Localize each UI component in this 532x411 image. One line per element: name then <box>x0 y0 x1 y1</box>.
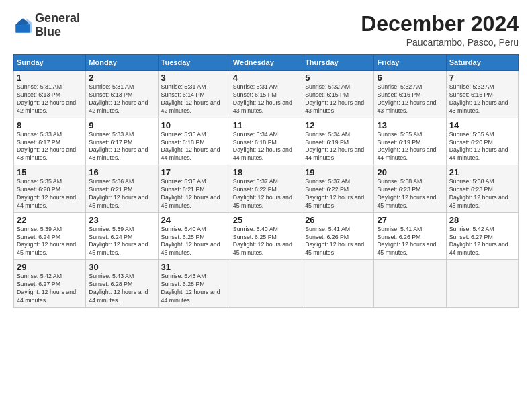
calendar-cell: 10Sunrise: 5:33 AMSunset: 6:18 PMDayligh… <box>158 118 230 165</box>
day-number: 12 <box>305 120 371 130</box>
day-number: 3 <box>161 73 227 83</box>
col-thursday: Thursday <box>302 55 374 71</box>
day-number: 18 <box>233 167 299 177</box>
calendar-cell: 7Sunrise: 5:32 AMSunset: 6:16 PMDaylight… <box>446 71 518 118</box>
calendar-cell: 21Sunrise: 5:38 AMSunset: 6:23 PMDayligh… <box>446 165 518 213</box>
day-number: 6 <box>377 73 443 83</box>
col-wednesday: Wednesday <box>230 55 302 71</box>
day-info: Sunrise: 5:32 AMSunset: 6:15 PMDaylight:… <box>305 83 371 116</box>
day-info: Sunrise: 5:31 AMSunset: 6:13 PMDaylight:… <box>89 83 154 116</box>
logo-icon <box>13 16 32 35</box>
calendar-cell <box>302 260 374 308</box>
day-number: 24 <box>161 215 227 225</box>
title-block: December 2024 Paucartambo, Pasco, Peru <box>361 12 519 48</box>
day-number: 15 <box>17 167 83 177</box>
day-number: 27 <box>377 215 443 225</box>
day-number: 16 <box>89 167 154 177</box>
calendar-cell: 25Sunrise: 5:40 AMSunset: 6:25 PMDayligh… <box>230 212 302 260</box>
calendar-cell: 3Sunrise: 5:31 AMSunset: 6:14 PMDaylight… <box>158 71 230 118</box>
day-number: 2 <box>89 73 154 83</box>
day-info: Sunrise: 5:41 AMSunset: 6:26 PMDaylight:… <box>377 226 443 258</box>
day-number: 13 <box>377 120 443 130</box>
day-number: 14 <box>449 120 515 130</box>
calendar-week-5: 29Sunrise: 5:42 AMSunset: 6:27 PMDayligh… <box>14 260 519 308</box>
col-sunday: Sunday <box>14 55 86 71</box>
subtitle: Paucartambo, Pasco, Peru <box>361 37 519 48</box>
calendar-cell: 18Sunrise: 5:37 AMSunset: 6:22 PMDayligh… <box>230 165 302 213</box>
calendar-cell: 16Sunrise: 5:36 AMSunset: 6:21 PMDayligh… <box>86 165 158 213</box>
month-title: December 2024 <box>361 12 519 36</box>
day-number: 20 <box>377 167 443 177</box>
calendar-cell: 28Sunrise: 5:42 AMSunset: 6:27 PMDayligh… <box>446 212 518 260</box>
header-row: Sunday Monday Tuesday Wednesday Thursday… <box>14 55 519 71</box>
calendar-cell: 1Sunrise: 5:31 AMSunset: 6:13 PMDaylight… <box>14 71 86 118</box>
day-number: 11 <box>233 120 299 130</box>
day-number: 29 <box>17 262 83 272</box>
day-number: 22 <box>17 215 83 225</box>
calendar-cell: 13Sunrise: 5:35 AMSunset: 6:19 PMDayligh… <box>374 118 446 165</box>
day-info: Sunrise: 5:33 AMSunset: 6:17 PMDaylight:… <box>17 131 83 163</box>
calendar-cell: 14Sunrise: 5:35 AMSunset: 6:20 PMDayligh… <box>446 118 518 165</box>
day-info: Sunrise: 5:40 AMSunset: 6:25 PMDaylight:… <box>161 226 227 258</box>
day-number: 23 <box>89 215 154 225</box>
day-number: 21 <box>449 167 515 177</box>
day-info: Sunrise: 5:37 AMSunset: 6:22 PMDaylight:… <box>233 178 299 210</box>
calendar-cell: 9Sunrise: 5:33 AMSunset: 6:17 PMDaylight… <box>86 118 158 165</box>
day-info: Sunrise: 5:32 AMSunset: 6:16 PMDaylight:… <box>377 83 443 116</box>
day-number: 10 <box>161 120 227 130</box>
day-number: 26 <box>305 215 371 225</box>
day-info: Sunrise: 5:37 AMSunset: 6:22 PMDaylight:… <box>305 178 371 210</box>
day-info: Sunrise: 5:38 AMSunset: 6:23 PMDaylight:… <box>449 178 515 210</box>
calendar-cell: 29Sunrise: 5:42 AMSunset: 6:27 PMDayligh… <box>14 260 86 308</box>
calendar-cell <box>230 260 302 308</box>
day-number: 28 <box>449 215 515 225</box>
col-friday: Friday <box>374 55 446 71</box>
calendar-cell: 12Sunrise: 5:34 AMSunset: 6:19 PMDayligh… <box>302 118 374 165</box>
day-number: 25 <box>233 215 299 225</box>
col-saturday: Saturday <box>446 55 518 71</box>
day-number: 4 <box>233 73 299 83</box>
calendar-week-3: 15Sunrise: 5:35 AMSunset: 6:20 PMDayligh… <box>14 165 519 213</box>
day-info: Sunrise: 5:43 AMSunset: 6:28 PMDaylight:… <box>161 273 227 305</box>
day-number: 5 <box>305 73 371 83</box>
logo-line2: Blue <box>35 26 80 39</box>
calendar-cell: 23Sunrise: 5:39 AMSunset: 6:24 PMDayligh… <box>86 212 158 260</box>
page: General Blue December 2024 Paucartambo, … <box>0 0 532 411</box>
calendar-cell: 31Sunrise: 5:43 AMSunset: 6:28 PMDayligh… <box>158 260 230 308</box>
day-info: Sunrise: 5:36 AMSunset: 6:21 PMDaylight:… <box>89 178 154 210</box>
day-number: 7 <box>449 73 515 83</box>
day-info: Sunrise: 5:31 AMSunset: 6:15 PMDaylight:… <box>233 83 299 116</box>
calendar-cell: 17Sunrise: 5:36 AMSunset: 6:21 PMDayligh… <box>158 165 230 213</box>
calendar-cell: 26Sunrise: 5:41 AMSunset: 6:26 PMDayligh… <box>302 212 374 260</box>
day-info: Sunrise: 5:36 AMSunset: 6:21 PMDaylight:… <box>161 178 227 210</box>
day-info: Sunrise: 5:32 AMSunset: 6:16 PMDaylight:… <box>449 83 515 116</box>
logo: General Blue <box>13 12 80 39</box>
calendar-week-4: 22Sunrise: 5:39 AMSunset: 6:24 PMDayligh… <box>14 212 519 260</box>
calendar-cell: 6Sunrise: 5:32 AMSunset: 6:16 PMDaylight… <box>374 71 446 118</box>
calendar-cell: 20Sunrise: 5:38 AMSunset: 6:23 PMDayligh… <box>374 165 446 213</box>
day-info: Sunrise: 5:34 AMSunset: 6:19 PMDaylight:… <box>305 131 371 163</box>
day-info: Sunrise: 5:31 AMSunset: 6:14 PMDaylight:… <box>161 83 227 116</box>
day-info: Sunrise: 5:33 AMSunset: 6:18 PMDaylight:… <box>161 131 227 163</box>
day-number: 9 <box>89 120 154 130</box>
col-tuesday: Tuesday <box>158 55 230 71</box>
calendar-cell: 5Sunrise: 5:32 AMSunset: 6:15 PMDaylight… <box>302 71 374 118</box>
calendar-cell: 4Sunrise: 5:31 AMSunset: 6:15 PMDaylight… <box>230 71 302 118</box>
calendar-table: Sunday Monday Tuesday Wednesday Thursday… <box>13 54 519 308</box>
day-info: Sunrise: 5:42 AMSunset: 6:27 PMDaylight:… <box>449 226 515 258</box>
header: General Blue December 2024 Paucartambo, … <box>13 12 519 48</box>
calendar-cell: 30Sunrise: 5:43 AMSunset: 6:28 PMDayligh… <box>86 260 158 308</box>
day-number: 1 <box>17 73 83 83</box>
calendar-cell: 11Sunrise: 5:34 AMSunset: 6:18 PMDayligh… <box>230 118 302 165</box>
day-info: Sunrise: 5:40 AMSunset: 6:25 PMDaylight:… <box>233 226 299 258</box>
day-info: Sunrise: 5:35 AMSunset: 6:20 PMDaylight:… <box>17 178 83 210</box>
calendar-cell: 19Sunrise: 5:37 AMSunset: 6:22 PMDayligh… <box>302 165 374 213</box>
col-monday: Monday <box>86 55 158 71</box>
logo-text: General Blue <box>35 12 80 39</box>
calendar-cell: 2Sunrise: 5:31 AMSunset: 6:13 PMDaylight… <box>86 71 158 118</box>
day-number: 8 <box>17 120 83 130</box>
day-number: 30 <box>89 262 154 272</box>
calendar-cell: 15Sunrise: 5:35 AMSunset: 6:20 PMDayligh… <box>14 165 86 213</box>
day-number: 31 <box>161 262 227 272</box>
calendar-cell: 22Sunrise: 5:39 AMSunset: 6:24 PMDayligh… <box>14 212 86 260</box>
